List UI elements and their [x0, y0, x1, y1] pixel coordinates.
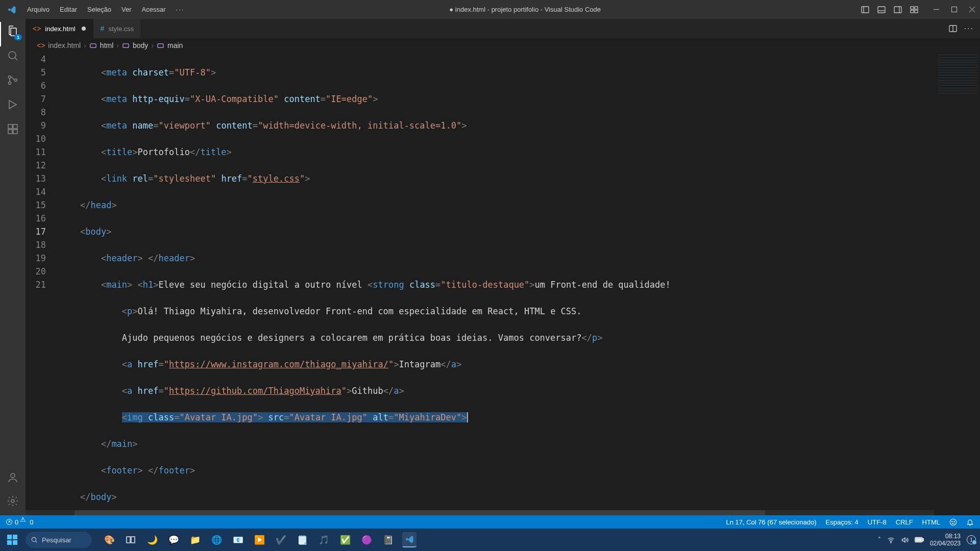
scrollbar-thumb[interactable] [75, 510, 765, 515]
menu-overflow[interactable]: ··· [172, 3, 189, 16]
layout-panel-bottom-icon[interactable] [877, 6, 886, 14]
css-file-icon: # [101, 24, 105, 33]
svg-rect-29 [158, 43, 163, 47]
svg-point-37 [32, 537, 36, 541]
editor-tabs: <> index.html # style.css ··· [26, 19, 980, 38]
start-button-icon[interactable] [4, 532, 20, 548]
status-notifications-icon[interactable] [966, 518, 974, 526]
svg-rect-19 [8, 124, 12, 129]
tray-wifi-icon[interactable] [887, 536, 895, 544]
svg-line-15 [15, 58, 17, 60]
warning-icon [21, 519, 27, 525]
layout-panel-left-icon[interactable] [861, 6, 869, 14]
breadcrumbs[interactable]: <> index.html › html › body › main [26, 38, 980, 53]
tray-chevron-icon[interactable]: ˄ [878, 536, 881, 543]
status-language[interactable]: HTML [922, 518, 940, 526]
code-content[interactable]: <meta charset="UTF-8"> <meta http-equiv=… [59, 53, 934, 515]
status-selection[interactable]: Ln 17, Col 76 (67 selecionado) [726, 518, 816, 526]
breadcrumb-file[interactable]: index.html [48, 41, 81, 49]
svg-rect-22 [13, 124, 17, 129]
split-editor-icon[interactable] [949, 24, 957, 33]
activity-explorer-icon[interactable]: 1 [7, 25, 19, 37]
tray-volume-icon[interactable] [901, 536, 909, 544]
menu-selecao[interactable]: Seleção [83, 3, 116, 16]
svg-rect-35 [7, 540, 12, 545]
taskbar-search[interactable]: Pesquisar [26, 532, 92, 548]
taskbar-youtube-icon[interactable]: ▶️ [252, 533, 266, 547]
menu-acessar[interactable]: Acessar [137, 3, 170, 16]
taskbar-spotify-icon[interactable]: 🎵 [316, 533, 331, 547]
status-encoding[interactable]: UTF-8 [868, 518, 887, 526]
menu-editar[interactable]: Editar [55, 3, 82, 16]
activity-extensions-icon[interactable] [7, 123, 19, 135]
svg-rect-28 [123, 43, 129, 47]
taskbar-explorer-icon[interactable]: 📁 [188, 533, 202, 547]
svg-rect-11 [952, 7, 957, 12]
taskbar-weather-icon[interactable]: 🌙 [145, 533, 159, 547]
maximize-icon[interactable] [951, 7, 957, 12]
activity-search-icon[interactable] [7, 49, 19, 62]
tray-battery-icon[interactable] [915, 537, 924, 543]
windows-taskbar: Pesquisar 🎨 🌙 💬 📁 🌐 📧 ▶️ ✔️ 🗒️ 🎵 ✅ 🟣 📓 ˄… [0, 529, 980, 551]
editor-group: <> index.html # style.css ··· <> index.h… [26, 19, 980, 515]
taskbar-note-icon[interactable]: 🗒️ [295, 533, 309, 547]
minimap[interactable] [934, 53, 980, 515]
error-icon: ✕ [6, 519, 12, 525]
window-title: ● index.html - projeto portifolio - Visu… [189, 6, 861, 13]
titlebar: Arquivo Editar Seleção Ver Acessar ··· ●… [0, 0, 980, 19]
svg-rect-36 [13, 540, 17, 545]
layout-customize-icon[interactable] [910, 6, 918, 14]
status-eol[interactable]: CRLF [896, 518, 913, 526]
tab-modified-indicator-icon [82, 27, 86, 31]
breadcrumb-html[interactable]: html [100, 41, 113, 49]
status-spaces[interactable]: Espaços: 4 [825, 518, 858, 526]
taskbar-notion-icon[interactable]: 📓 [381, 533, 395, 547]
menu-arquivo[interactable]: Arquivo [22, 3, 54, 16]
minimize-icon[interactable] [934, 7, 939, 12]
minimap-content [938, 55, 978, 95]
svg-point-17 [9, 82, 11, 85]
symbol-icon [89, 42, 97, 49]
taskbar-norton-icon[interactable]: ✔️ [274, 533, 288, 547]
search-placeholder: Pesquisar [42, 536, 71, 544]
html-file-icon: <> [37, 41, 45, 49]
taskbar-teams-icon[interactable]: 💬 [166, 533, 181, 547]
layout-panel-right-icon[interactable] [894, 6, 902, 14]
svg-rect-21 [13, 130, 17, 134]
html-file-icon: <> [33, 24, 41, 33]
status-feedback-icon[interactable] [949, 518, 957, 526]
svg-rect-8 [911, 10, 914, 13]
taskbar-vscode-icon[interactable] [402, 532, 416, 547]
svg-rect-34 [13, 535, 17, 539]
taskbar-copilot-icon[interactable]: 🟣 [359, 533, 374, 547]
breadcrumb-main[interactable]: main [167, 41, 183, 49]
menu-ver[interactable]: Ver [117, 3, 136, 16]
editor-layout-controls [861, 6, 918, 14]
tray-clock[interactable]: 08:13 02/04/2023 [930, 533, 961, 547]
taskbar-taskview-icon[interactable] [124, 533, 138, 547]
close-icon[interactable] [969, 7, 975, 12]
activity-run-debug-icon[interactable] [7, 98, 19, 111]
horizontal-scrollbar[interactable] [26, 510, 934, 515]
taskbar-todo-icon[interactable]: ✅ [338, 533, 352, 547]
activity-source-control-icon[interactable] [7, 74, 19, 86]
activity-settings-icon[interactable] [7, 495, 19, 507]
taskbar-apps: 🎨 🌙 💬 📁 🌐 📧 ▶️ ✔️ 🗒️ 🎵 ✅ 🟣 📓 [102, 532, 416, 547]
taskbar-edge-icon[interactable]: 🌐 [209, 533, 224, 547]
breadcrumb-body[interactable]: body [133, 41, 148, 49]
more-actions-icon[interactable]: ··· [964, 24, 974, 33]
chevron-right-icon: › [116, 41, 119, 49]
taskbar-app-1[interactable]: 🎨 [102, 533, 116, 547]
tab-style-css[interactable]: # style.css [93, 19, 142, 38]
svg-rect-39 [127, 537, 130, 543]
activity-accounts-icon[interactable] [7, 471, 19, 484]
tab-index-html[interactable]: <> index.html [26, 19, 93, 38]
svg-rect-20 [8, 130, 12, 134]
svg-rect-40 [131, 537, 135, 543]
taskbar-outlook-icon[interactable]: 📧 [231, 533, 245, 547]
editor-code-area[interactable]: 4 5 6 7 8 9 10 11 12 13 14 15 16 17 18 1… [26, 53, 980, 515]
svg-point-30 [950, 519, 957, 525]
tray-notifications-icon[interactable]: 1 [967, 535, 976, 544]
line-number-gutter: 4 5 6 7 8 9 10 11 12 13 14 15 16 17 18 1… [26, 53, 59, 515]
status-errors[interactable]: ✕0 0 [6, 518, 33, 526]
